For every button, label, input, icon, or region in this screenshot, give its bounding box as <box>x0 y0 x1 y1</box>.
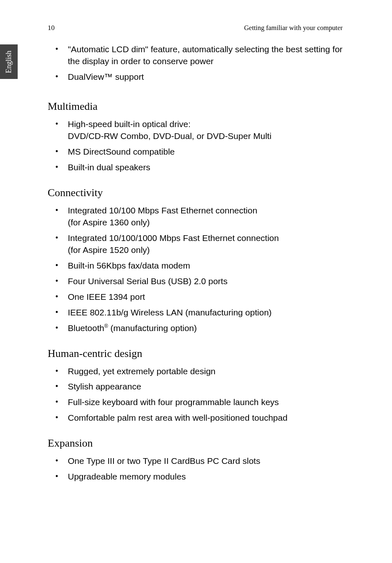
section-list: •Rugged, yet extremely portable design•S… <box>48 366 343 424</box>
list-item-text: One IEEE 1394 port <box>68 291 343 303</box>
language-tab: English <box>0 44 18 79</box>
list-item: •Built-in 56Kbps fax/data modem <box>48 260 343 272</box>
page-number: 10 <box>48 24 55 32</box>
list-item: •IEEE 802.11b/g Wireless LAN (manufactur… <box>48 307 343 319</box>
bullet-icon: • <box>48 71 68 83</box>
list-item: •Integrated 10/100/1000 Mbps Fast Ethern… <box>48 232 343 256</box>
list-item: •"Automatic LCD dim" feature, automatica… <box>48 44 343 67</box>
header-text: Getting familiar with your computer <box>244 24 343 32</box>
bullet-icon: • <box>48 205 68 229</box>
list-item: •DualView™ support <box>48 71 343 83</box>
list-item: •Rugged, yet extremely portable design <box>48 366 343 378</box>
bullet-icon: • <box>48 381 68 393</box>
list-item: •One Type III or two Type II CardBus PC … <box>48 455 343 467</box>
language-tab-label: English <box>5 50 13 73</box>
list-item-text: Upgradeable memory modules <box>68 471 343 483</box>
bullet-icon: • <box>48 471 68 483</box>
list-item-text: Stylish appearance <box>68 381 343 393</box>
list-item: •MS DirectSound compatible <box>48 146 343 158</box>
bullet-icon: • <box>48 44 68 67</box>
bullet-icon: • <box>48 118 68 142</box>
list-item-text: Rugged, yet extremely portable design <box>68 366 343 378</box>
list-item: •Comfortable palm rest area with well-po… <box>48 412 343 424</box>
list-item: •Full-size keyboard with four programmab… <box>48 396 343 408</box>
list-item-text: IEEE 802.11b/g Wireless LAN (manufacturi… <box>68 307 343 319</box>
list-item-text: Full-size keyboard with four programmabl… <box>68 396 343 408</box>
list-item-text: DualView™ support <box>68 71 343 83</box>
list-item: •High-speed built-in optical drive:DVD/C… <box>48 118 343 142</box>
bullet-icon: • <box>48 291 68 303</box>
main-content: •"Automatic LCD dim" feature, automatica… <box>48 44 343 487</box>
list-item-text: Comfortable palm rest area with well-pos… <box>68 412 343 424</box>
section-heading: Connectivity <box>48 187 343 199</box>
list-item: •Integrated 10/100 Mbps Fast Ethernet co… <box>48 205 343 229</box>
list-item: •Upgradeable memory modules <box>48 471 343 483</box>
list-item-text: Built-in dual speakers <box>68 162 343 174</box>
list-item: •Built-in dual speakers <box>48 162 343 174</box>
bullet-icon: • <box>48 455 68 467</box>
list-item-text: Bluetooth® (manufacturing option) <box>68 322 343 334</box>
list-item-text: MS DirectSound compatible <box>68 146 343 158</box>
top-list: •"Automatic LCD dim" feature, automatica… <box>48 44 343 83</box>
section-heading: Expansion <box>48 437 343 449</box>
list-item-text: One Type III or two Type II CardBus PC C… <box>68 455 343 467</box>
bullet-icon: • <box>48 322 68 334</box>
list-item-text: Built-in 56Kbps fax/data modem <box>68 260 343 272</box>
bullet-icon: • <box>48 366 68 378</box>
bullet-icon: • <box>48 396 68 408</box>
section-heading: Multimedia <box>48 100 343 113</box>
list-item: •Bluetooth® (manufacturing option) <box>48 322 343 334</box>
list-item: •Four Universal Serial Bus (USB) 2.0 por… <box>48 276 343 287</box>
bullet-icon: • <box>48 146 68 158</box>
list-item-text: Four Universal Serial Bus (USB) 2.0 port… <box>68 276 343 287</box>
bullet-icon: • <box>48 307 68 319</box>
list-item: •One IEEE 1394 port <box>48 291 343 303</box>
section-list: •High-speed built-in optical drive:DVD/C… <box>48 118 343 174</box>
bullet-icon: • <box>48 232 68 256</box>
list-item-text: Integrated 10/100/1000 Mbps Fast Etherne… <box>68 232 343 256</box>
list-item: •Stylish appearance <box>48 381 343 393</box>
bullet-icon: • <box>48 162 68 174</box>
bullet-icon: • <box>48 276 68 287</box>
list-item-text: High-speed built-in optical drive:DVD/CD… <box>68 118 343 142</box>
list-item-text: "Automatic LCD dim" feature, automatical… <box>68 44 343 67</box>
bullet-icon: • <box>48 412 68 424</box>
bullet-icon: • <box>48 260 68 272</box>
list-item-text: Integrated 10/100 Mbps Fast Ethernet con… <box>68 205 343 229</box>
section-list: •One Type III or two Type II CardBus PC … <box>48 455 343 483</box>
section-list: •Integrated 10/100 Mbps Fast Ethernet co… <box>48 205 343 334</box>
section-heading: Human-centric design <box>48 348 343 360</box>
